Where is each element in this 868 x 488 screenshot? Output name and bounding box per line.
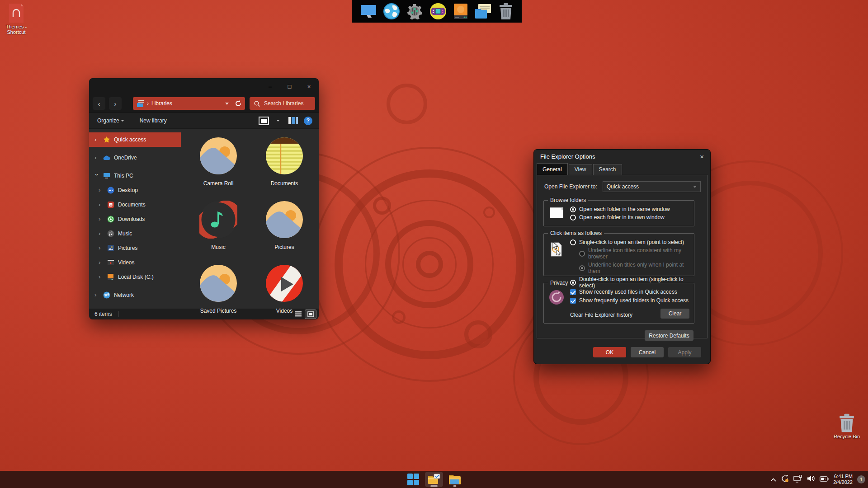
clock-date: 2/4/2022: [833, 479, 853, 485]
open-to-label: Open File Explorer to:: [544, 183, 597, 190]
desktop-shortcut-themes[interactable]: Themes - Shortcut: [0, 4, 33, 35]
explorer-content: Camera Roll: [181, 129, 319, 309]
chevron-right-icon[interactable]: ›: [99, 230, 103, 237]
browse-folders-group: Browse folders Open each folder in the s…: [543, 200, 694, 226]
sidebar-item-onedrive[interactable]: › OneDrive: [89, 150, 181, 165]
chevron-right-icon[interactable]: ›: [99, 201, 103, 208]
checkbox-checked-icon: [570, 298, 576, 304]
globe-icon[interactable]: [383, 3, 400, 19]
sidebar-item-documents[interactable]: › Documents: [89, 197, 181, 212]
sidebar-item-label: Music: [118, 230, 132, 237]
chevron-down-icon[interactable]: ›: [94, 174, 100, 178]
radio-same-window[interactable]: Open each folder in the same window: [570, 206, 670, 212]
sidebar-item-quick-access[interactable]: › Quick access: [89, 132, 181, 147]
folder-tile-music[interactable]: Music: [185, 201, 251, 250]
chevron-right-icon[interactable]: ›: [99, 187, 103, 193]
games-icon[interactable]: [429, 3, 447, 20]
sidebar-item-videos[interactable]: › Videos: [89, 255, 181, 270]
taskbar-file-explorer[interactable]: [446, 472, 464, 487]
monitor-icon: [103, 172, 110, 180]
breadcrumb-libraries[interactable]: Libraries: [151, 100, 172, 107]
folder-tile-pictures[interactable]: Pictures: [251, 201, 317, 250]
view-options-caret-icon[interactable]: [276, 120, 280, 122]
checkbox-recent-files[interactable]: Show recently used files in Quick access: [570, 289, 689, 295]
dialog-titlebar[interactable]: File Explorer Options ×: [534, 150, 710, 163]
sidebar-item-label: Quick access: [114, 136, 146, 143]
tray-chevron-up-icon[interactable]: [770, 475, 776, 483]
back-button[interactable]: ‹: [93, 97, 105, 110]
refresh-icon[interactable]: [235, 100, 241, 107]
chevron-right-icon[interactable]: ›: [99, 216, 103, 222]
restore-defaults-button[interactable]: Restore Defaults: [645, 330, 693, 341]
volume-icon[interactable]: [807, 475, 815, 484]
folder-tile-videos[interactable]: Videos: [251, 264, 317, 314]
explorer-titlebar[interactable]: – □ ×: [89, 78, 319, 94]
folder-tile-documents[interactable]: Documents: [251, 137, 317, 187]
address-dropdown-icon[interactable]: [225, 103, 229, 105]
close-button[interactable]: ×: [299, 78, 319, 94]
maximize-button[interactable]: □: [280, 78, 299, 94]
forward-button[interactable]: ›: [109, 97, 122, 110]
details-view-button[interactable]: [292, 310, 303, 319]
sidebar-item-downloads[interactable]: › Downloads: [89, 212, 181, 226]
radio-single-click[interactable]: Single-click to open an item (point to s…: [570, 239, 694, 245]
themes-shortcut-icon: [0, 4, 33, 23]
desktop-recycle-bin[interactable]: Recycle Bin: [829, 413, 865, 439]
folder-tile-saved-pictures[interactable]: Saved Pictures: [185, 264, 251, 314]
notification-badge[interactable]: 1: [857, 475, 865, 483]
radio-label: Open each folder in the same window: [579, 206, 670, 212]
ok-button[interactable]: OK: [593, 347, 626, 357]
search-input[interactable]: Search Libraries: [250, 97, 315, 110]
sidebar-item-pictures[interactable]: › Pictures: [89, 241, 181, 255]
sidebar-item-local-disk[interactable]: › Local Disk (C:): [89, 270, 181, 284]
hard-drive-icon[interactable]: [453, 3, 468, 19]
dropdown-caret-icon: [693, 186, 697, 188]
documents-folder-icon[interactable]: [475, 4, 492, 19]
active-app-indicator: [430, 485, 438, 487]
update-sync-icon[interactable]: [781, 474, 789, 484]
clear-button[interactable]: Clear: [660, 309, 689, 319]
downloads-icon: [107, 216, 114, 223]
folder-tile-camera-roll[interactable]: Camera Roll: [185, 137, 251, 187]
minimize-button[interactable]: –: [260, 78, 280, 94]
taskbar-file-explorer-options[interactable]: [425, 472, 443, 487]
sidebar-item-desktop[interactable]: › Desktop: [89, 183, 181, 197]
display-icon[interactable]: [360, 4, 377, 19]
organize-menu[interactable]: Organize: [97, 117, 124, 124]
radio-label: Open each folder in its own window: [579, 214, 665, 221]
battery-icon[interactable]: [820, 475, 829, 483]
radio-label: Single-click to open an item (point to s…: [579, 239, 684, 245]
start-button[interactable]: [404, 472, 422, 487]
videos-play-icon: [265, 264, 303, 304]
new-library-button[interactable]: New library: [140, 117, 167, 124]
chevron-right-icon[interactable]: ›: [99, 273, 103, 280]
chevron-right-icon[interactable]: ›: [94, 154, 99, 161]
trash-icon[interactable]: [499, 3, 513, 19]
checkbox-frequent-folders[interactable]: Show frequently used folders in Quick ac…: [570, 297, 689, 304]
help-button[interactable]: ?: [304, 117, 312, 125]
sidebar-item-this-pc[interactable]: › This PC: [89, 169, 181, 183]
settings-gear-icon[interactable]: [406, 3, 423, 19]
preview-pane-icon[interactable]: [288, 117, 298, 124]
change-view-button[interactable]: [259, 117, 269, 125]
radio-underline-point: Underline icon titles only when I point …: [579, 262, 694, 274]
address-bar[interactable]: › Libraries: [133, 97, 245, 110]
thumbnail-view-button[interactable]: [305, 310, 316, 319]
apply-button[interactable]: Apply: [668, 347, 701, 357]
tab-general[interactable]: General: [537, 163, 568, 175]
chevron-right-icon[interactable]: ›: [94, 291, 99, 298]
music-swirl-icon: [199, 201, 237, 240]
tab-view[interactable]: View: [569, 164, 592, 175]
cancel-button[interactable]: Cancel: [631, 347, 664, 357]
chevron-right-icon[interactable]: ›: [99, 244, 103, 251]
sidebar-item-network[interactable]: › Network: [89, 288, 181, 302]
dialog-close-icon[interactable]: ×: [700, 153, 704, 160]
network-icon[interactable]: [793, 475, 802, 484]
tab-search[interactable]: Search: [593, 164, 622, 175]
chevron-right-icon[interactable]: ›: [99, 259, 103, 266]
open-to-select[interactable]: Quick access: [603, 181, 701, 192]
radio-own-window[interactable]: Open each folder in its own window: [570, 214, 670, 221]
sidebar-item-music[interactable]: › Music: [89, 226, 181, 241]
chevron-right-icon[interactable]: ›: [94, 136, 99, 143]
taskbar-clock[interactable]: 6:41 PM 2/4/2022: [833, 474, 853, 485]
